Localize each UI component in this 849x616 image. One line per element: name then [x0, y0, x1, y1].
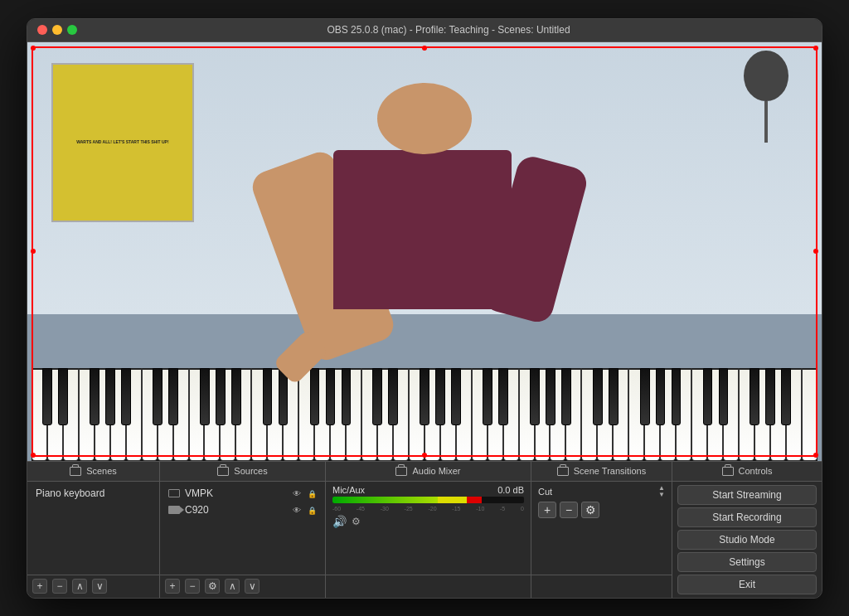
source-vmpk-name: VMPK [185, 487, 288, 499]
settings-button[interactable]: Settings [677, 552, 817, 572]
person-head [377, 83, 473, 154]
controls-panel: Controls Start Streaming Start Recording… [672, 462, 822, 598]
controls-panel-header: Controls [672, 462, 822, 482]
tick-5: -5 [500, 506, 505, 512]
audio-panel-title: Audio Mixer [412, 466, 460, 476]
transitions-content: Cut ▲ ▼ + − ⚙ [531, 482, 672, 575]
transition-gear-button[interactable]: ⚙ [581, 502, 599, 518]
piano-keys [32, 368, 817, 460]
scenes-panel-title: Scenes [86, 466, 117, 476]
audio-channel-mic: Mic/Aux 0.0 dB -60 -45 -30 -25 [332, 485, 524, 528]
minimize-button[interactable] [52, 25, 62, 35]
source-c920-name: C920 [185, 504, 288, 516]
lock-icon-vmpk[interactable] [308, 487, 317, 499]
scenes-remove-button[interactable]: − [52, 579, 67, 594]
sources-panel-title: Sources [234, 466, 267, 476]
sources-remove-button[interactable]: − [185, 579, 200, 594]
window-controls [37, 25, 77, 35]
lock-icon-c920[interactable] [308, 504, 317, 516]
scene-item[interactable]: Piano keyboard [31, 485, 156, 502]
transition-select-row: Cut ▲ ▼ [538, 485, 665, 498]
eye-icon-vmpk[interactable] [293, 487, 304, 496]
tick-30: -30 [381, 506, 389, 512]
meter-yellow [438, 497, 467, 503]
transitions-panel-title: Scene Transitions [574, 466, 646, 476]
tick-45: -45 [357, 506, 365, 512]
titlebar: OBS 25.0.8 (mac) - Profile: Teaching - S… [27, 19, 822, 42]
audio-panel-header: Audio Mixer [326, 462, 531, 482]
sources-panel-header: Sources [160, 462, 325, 482]
volume-icon[interactable]: 🔊 [332, 515, 347, 528]
studio-mode-button[interactable]: Studio Mode [677, 530, 817, 550]
main-window: OBS 25.0.8 (mac) - Profile: Teaching - S… [27, 18, 822, 599]
start-streaming-button[interactable]: Start Streaming [677, 485, 817, 505]
maximize-button[interactable] [67, 25, 77, 35]
exit-button[interactable]: Exit [677, 575, 817, 594]
poster-text: WARTS AND ALL! LET'S START THIS SHIT UP! [73, 136, 172, 148]
transition-current: Cut [538, 487, 655, 497]
controls-panel-icon [722, 467, 734, 476]
tick-10: -10 [476, 506, 484, 512]
audio-channel-name: Mic/Aux [332, 485, 365, 495]
tick-0: 0 [521, 506, 524, 512]
window-title: OBS 25.0.8 (mac) - Profile: Teaching - S… [85, 24, 812, 36]
microphone [735, 51, 798, 143]
preview-area: WARTS AND ALL! LET'S START THIS SHIT UP! [27, 42, 822, 461]
tick-25: -25 [405, 506, 413, 512]
sources-gear-button[interactable]: ⚙ [205, 579, 220, 594]
audio-content: Mic/Aux 0.0 dB -60 -45 -30 -25 [326, 482, 531, 575]
audio-meter [332, 497, 524, 503]
audio-controls: 🔊 ⚙ [332, 515, 524, 528]
sources-panel: Sources VMPK C920 [160, 462, 326, 598]
sources-content: VMPK C920 [160, 482, 325, 575]
scenes-down-button[interactable]: ∨ [92, 579, 107, 594]
mic-stand [764, 101, 768, 143]
camera-icon [168, 506, 180, 514]
tick-20: -20 [428, 506, 436, 512]
scenes-panel-header: Scenes [27, 462, 159, 482]
sources-up-button[interactable]: ∧ [225, 579, 240, 594]
panels-row: Scenes Piano keyboard + − ∧ ∨ Sources [27, 461, 822, 598]
keyboard-overlay [32, 368, 817, 460]
transition-arrows[interactable]: ▲ ▼ [658, 485, 665, 498]
meter-ticks: -60 -45 -30 -25 -20 -15 -10 -5 0 [332, 506, 524, 512]
source-item-c920: C920 [163, 502, 322, 518]
mic-head [744, 51, 788, 101]
transitions-toolbar [531, 575, 672, 598]
transition-remove-button[interactable]: − [560, 502, 578, 518]
source-item-vmpk: VMPK [163, 485, 322, 502]
controls-content: Start Streaming Start Recording Studio M… [672, 482, 822, 598]
transitions-panel-icon [557, 467, 569, 476]
meter-red [467, 497, 482, 503]
sources-down-button[interactable]: ∨ [245, 579, 260, 594]
person-torso [333, 150, 512, 309]
source-vmpk-actions [293, 487, 317, 499]
tick-60: -60 [332, 506, 341, 512]
eye-icon-c920[interactable] [293, 504, 304, 512]
audio-mixer-panel: Audio Mixer Mic/Aux 0.0 dB [326, 462, 531, 598]
sources-add-button[interactable]: + [165, 579, 180, 594]
transition-add-button[interactable]: + [538, 502, 556, 518]
audio-panel-icon [395, 467, 407, 476]
scenes-toolbar: + − ∧ ∨ [27, 575, 159, 598]
sources-panel-icon [217, 467, 229, 476]
audio-gear-icon[interactable]: ⚙ [352, 516, 361, 527]
scenes-panel-icon [70, 467, 81, 476]
start-recording-button[interactable]: Start Recording [677, 507, 817, 527]
sources-toolbar: + − ⚙ ∧ ∨ [160, 575, 325, 598]
monitor-icon [168, 489, 180, 497]
source-c920-actions [293, 504, 317, 516]
poster: WARTS AND ALL! LET'S START THIS SHIT UP! [51, 63, 194, 222]
scenes-up-button[interactable]: ∧ [72, 579, 87, 594]
scene-transitions-panel: Scene Transitions Cut ▲ ▼ + − ⚙ [531, 462, 672, 598]
scenes-add-button[interactable]: + [32, 579, 47, 594]
scenes-panel: Scenes Piano keyboard + − ∧ ∨ [27, 462, 160, 598]
audio-channel-header: Mic/Aux 0.0 dB [332, 485, 524, 495]
transitions-panel-header: Scene Transitions [531, 462, 672, 482]
scenes-content: Piano keyboard [27, 482, 159, 575]
audio-channel-db: 0.0 dB [497, 485, 524, 495]
audio-toolbar [326, 575, 531, 598]
close-button[interactable] [37, 25, 47, 35]
tick-15: -15 [452, 506, 460, 512]
status-bar: LIVE: 00:00:00 REC: 00:00:00 CPU: 12.6%,… [27, 598, 822, 599]
